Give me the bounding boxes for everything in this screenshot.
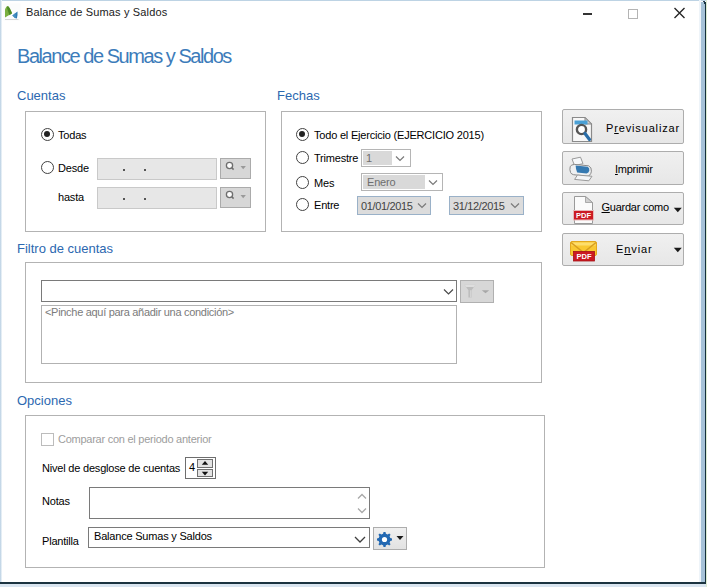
svg-text:PDF: PDF <box>577 252 592 261</box>
svg-text:PDF: PDF <box>576 211 591 220</box>
